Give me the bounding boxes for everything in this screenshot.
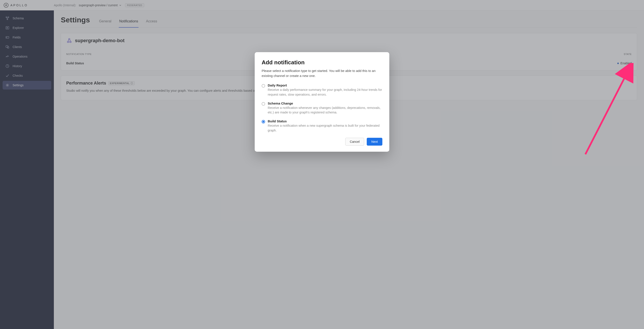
radio-build-status[interactable]: Build Status Receive a notification when… [262, 119, 382, 133]
radio-label: Build Status [268, 119, 382, 123]
radio-icon [262, 84, 265, 88]
modal-subtitle: Please select a notification type to get… [262, 69, 382, 78]
radio-desc: Receive a notification whenever any chan… [268, 106, 382, 115]
radio-label: Schema Change [268, 102, 382, 105]
radio-icon [262, 102, 265, 106]
radio-desc: Receive a daily performance summary for … [268, 88, 382, 97]
cancel-button[interactable]: Cancel [345, 138, 364, 146]
radio-daily-report[interactable]: Daily Report Receive a daily performance… [262, 84, 382, 97]
modal-overlay[interactable]: Add notification Please select a notific… [0, 0, 644, 329]
modal-buttons: Cancel Next [262, 138, 382, 146]
radio-desc: Receive a notification when a new superg… [268, 123, 382, 133]
next-button[interactable]: Next [367, 138, 382, 146]
radio-schema-change[interactable]: Schema Change Receive a notification whe… [262, 102, 382, 115]
radio-label: Daily Report [268, 84, 382, 87]
radio-icon [262, 120, 265, 123]
add-notification-modal: Add notification Please select a notific… [255, 52, 389, 152]
modal-title: Add notification [262, 59, 382, 66]
